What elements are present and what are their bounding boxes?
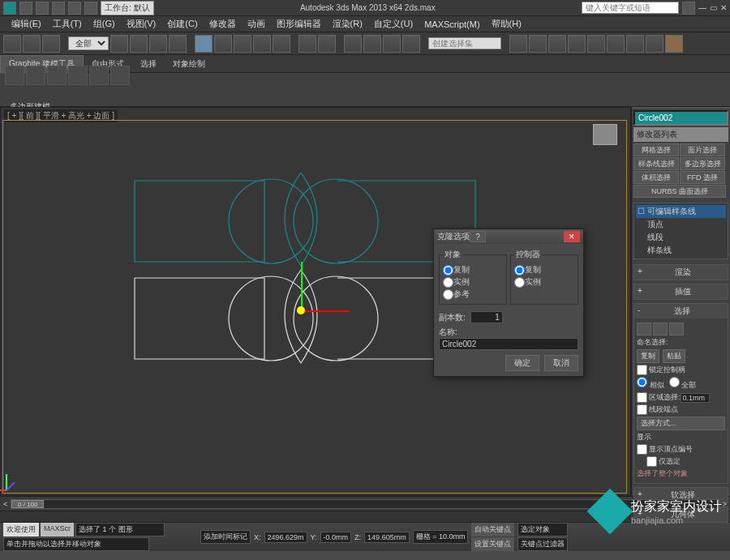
angle-snap-icon[interactable] bbox=[363, 35, 381, 53]
ribbon-btn-3[interactable] bbox=[47, 66, 67, 85]
pivot-icon[interactable] bbox=[273, 35, 290, 53]
rollout-selection-label[interactable]: 选择 bbox=[674, 306, 690, 317]
stack-vertex[interactable]: 顶点 bbox=[636, 218, 726, 231]
subobj-spline-icon[interactable] bbox=[669, 323, 684, 336]
select-scale-icon[interactable] bbox=[234, 35, 251, 53]
link-icon[interactable] bbox=[3, 35, 21, 53]
mod-btn-mesh-select[interactable]: 网格选择 bbox=[633, 143, 679, 156]
ribbon-btn-4[interactable] bbox=[68, 66, 88, 85]
nav-zoomext-icon[interactable] bbox=[670, 524, 683, 536]
rollout-rendering-label[interactable]: 渲染 bbox=[675, 267, 691, 278]
menu-animation[interactable]: 动画 bbox=[243, 16, 270, 32]
mirror-icon[interactable] bbox=[509, 35, 527, 53]
nav-pan-icon[interactable] bbox=[642, 524, 655, 536]
close-button[interactable]: ✕ bbox=[720, 3, 727, 12]
mod-btn-spline-select[interactable]: 样条线选择 bbox=[633, 157, 679, 170]
menu-customize[interactable]: 自定义(U) bbox=[369, 16, 418, 32]
maximize-button[interactable]: ▭ bbox=[710, 3, 717, 12]
signin-icon[interactable] bbox=[682, 2, 695, 15]
mod-btn-nurbs-select[interactable]: NURBS 曲面选择 bbox=[633, 185, 726, 198]
select-by-button[interactable]: 选择方式... bbox=[637, 417, 725, 430]
coord-z[interactable]: 149.605mm bbox=[364, 532, 410, 543]
obj-copy-radio[interactable] bbox=[443, 265, 453, 276]
menu-group[interactable]: 组(G) bbox=[88, 16, 120, 32]
select-icon[interactable] bbox=[110, 35, 128, 53]
dialog-titlebar[interactable]: 克隆选项 ? ✕ bbox=[434, 229, 583, 244]
paste-named-sel-button[interactable]: 粘贴 bbox=[663, 349, 685, 363]
minimize-button[interactable]: — bbox=[698, 3, 706, 12]
save-icon[interactable] bbox=[52, 2, 65, 15]
selection-filter-dropdown[interactable]: 全部 bbox=[68, 36, 109, 50]
goto-start-icon[interactable] bbox=[571, 531, 584, 544]
segment-end-checkbox[interactable] bbox=[637, 404, 647, 415]
track-bar[interactable] bbox=[0, 511, 730, 522]
modifier-list-dropdown[interactable]: 修改器列表 bbox=[633, 127, 728, 142]
coord-y[interactable]: -0.0mm bbox=[320, 532, 352, 543]
menu-create[interactable]: 创建(C) bbox=[162, 16, 202, 32]
spinner-snap-icon[interactable] bbox=[402, 35, 420, 53]
percent-snap-icon[interactable] bbox=[383, 35, 401, 53]
dialog-close-button[interactable]: ✕ bbox=[564, 231, 580, 242]
tab-modify-icon[interactable] bbox=[648, 107, 664, 109]
select-move-icon[interactable] bbox=[195, 35, 213, 53]
ribbon-btn-1[interactable] bbox=[5, 66, 24, 85]
play-icon[interactable] bbox=[599, 531, 612, 544]
lock-handles-checkbox[interactable] bbox=[637, 365, 647, 375]
menu-edit[interactable]: 编辑(E) bbox=[6, 16, 46, 32]
unlink-icon[interactable] bbox=[23, 35, 41, 53]
tab-hierarchy-icon[interactable] bbox=[664, 107, 681, 109]
subobj-vertex-icon[interactable] bbox=[637, 323, 651, 336]
menu-help[interactable]: 帮助(H) bbox=[487, 16, 526, 32]
menu-maxscript[interactable]: MAXScript(M) bbox=[419, 18, 484, 31]
snap-icon[interactable] bbox=[344, 35, 362, 53]
keyfilters-button[interactable]: 关键点过滤器 bbox=[517, 537, 568, 551]
ribbon-btn-5[interactable] bbox=[89, 66, 109, 85]
layers-icon[interactable] bbox=[548, 35, 566, 53]
redo-icon[interactable] bbox=[84, 2, 97, 15]
menu-grapheditors[interactable]: 图形编辑器 bbox=[272, 16, 326, 32]
app-menu-icon[interactable] bbox=[3, 2, 16, 15]
menu-tools[interactable]: 工具(T) bbox=[48, 16, 87, 32]
rollout-interp-label[interactable]: 插值 bbox=[675, 286, 691, 297]
welcome-tab[interactable]: 欢迎使用 bbox=[3, 523, 39, 536]
select-region-icon[interactable] bbox=[149, 35, 167, 53]
undo-icon[interactable] bbox=[68, 2, 81, 15]
show-vertex-num-checkbox[interactable] bbox=[637, 444, 647, 455]
render-icon[interactable] bbox=[665, 35, 683, 53]
obj-instance-radio[interactable] bbox=[443, 277, 453, 288]
add-time-tag[interactable]: 添加时间标记 bbox=[200, 530, 251, 544]
nav-orbit-icon[interactable] bbox=[642, 537, 655, 550]
ref-coord-icon[interactable] bbox=[253, 35, 271, 53]
named-selection-set-input[interactable] bbox=[428, 37, 501, 49]
isolate-icon[interactable] bbox=[184, 531, 197, 544]
tab-utilities-icon[interactable] bbox=[714, 107, 730, 109]
new-icon[interactable] bbox=[19, 2, 32, 15]
only-selected-checkbox[interactable] bbox=[646, 456, 657, 467]
rollout-geometry-label[interactable]: 几何体 bbox=[671, 509, 695, 520]
menu-rendering[interactable]: 渲染(R) bbox=[328, 16, 367, 32]
select-rotate-icon[interactable] bbox=[214, 35, 232, 53]
object-name-field[interactable] bbox=[633, 110, 728, 126]
stack-editable-spline[interactable]: ☐ 可编辑样条线 bbox=[636, 205, 726, 218]
workspace-dropdown[interactable]: 工作台: 默认 bbox=[101, 1, 154, 15]
setkey-button[interactable]: 设置关键点 bbox=[471, 537, 514, 551]
copy-named-sel-button[interactable]: 复制 bbox=[637, 349, 659, 363]
stack-segment[interactable]: 线段 bbox=[636, 231, 726, 244]
modifier-stack[interactable]: ☐ 可编辑样条线 顶点 线段 样条线 bbox=[633, 203, 728, 259]
autokey-button[interactable]: 自动关键点 bbox=[471, 523, 514, 536]
mod-btn-patch-select[interactable]: 面片选择 bbox=[680, 143, 725, 156]
tab-motion-icon[interactable] bbox=[681, 107, 698, 109]
subobj-segment-icon[interactable] bbox=[653, 323, 668, 336]
render-frame-icon[interactable] bbox=[646, 35, 663, 53]
time-slider[interactable]: < 0 / 100 > bbox=[0, 496, 730, 511]
next-frame-icon[interactable] bbox=[612, 531, 625, 544]
keyboard-shortcut-icon[interactable] bbox=[318, 35, 336, 53]
area-select-checkbox[interactable] bbox=[637, 392, 647, 403]
tab-create-icon[interactable] bbox=[632, 107, 648, 109]
handles-similar-radio[interactable] bbox=[637, 377, 647, 387]
render-setup-icon[interactable] bbox=[626, 35, 644, 53]
time-track[interactable]: 0 / 100 bbox=[11, 499, 719, 509]
lock-selection-icon[interactable] bbox=[168, 531, 181, 544]
window-crossing-icon[interactable] bbox=[169, 35, 187, 53]
ribbon-btn-6[interactable] bbox=[110, 66, 130, 85]
